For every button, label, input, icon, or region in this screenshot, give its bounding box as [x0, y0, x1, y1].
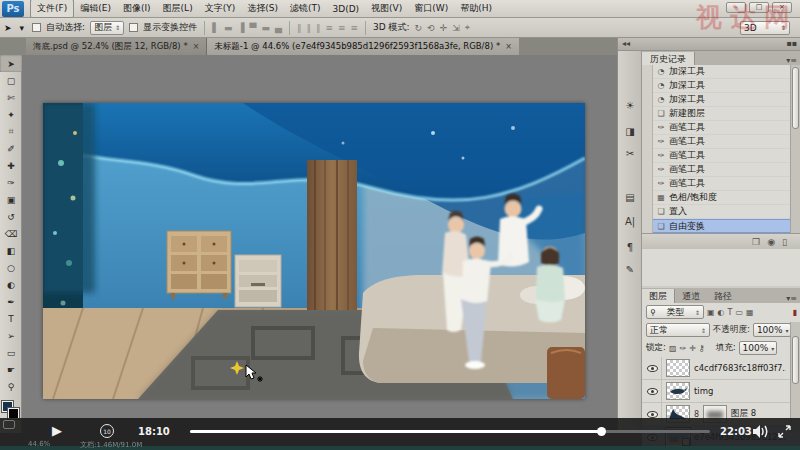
layer-thumbnail[interactable]	[666, 382, 690, 400]
maximize-button[interactable]: □	[749, 2, 769, 13]
visibility-cell[interactable]	[644, 380, 662, 403]
auto-select-checkbox[interactable]	[32, 23, 41, 32]
dock-options-icon[interactable]: ▪▪	[786, 39, 797, 49]
align-top-edges-icon[interactable]: ▀	[250, 23, 257, 33]
zoom-tool[interactable]: ⚲	[0, 378, 22, 395]
menu-filter[interactable]: 滤镜(T)	[284, 0, 327, 17]
delete-state-icon[interactable]: ▯	[782, 237, 787, 247]
filter-shape-layers-icon[interactable]: ▭	[735, 308, 743, 317]
history-source-well[interactable]	[642, 177, 653, 191]
history-brush-tool[interactable]: ↺	[0, 208, 22, 225]
menu-layer[interactable]: 图层(L)	[157, 0, 199, 17]
lock-position-icon[interactable]: ✛	[689, 344, 696, 353]
history-state[interactable]: ✑画笔工具	[642, 163, 800, 177]
history-source-well[interactable]	[642, 219, 653, 233]
document-image[interactable]	[43, 103, 585, 399]
menu-view[interactable]: 视图(V)	[365, 0, 408, 17]
volume-icon[interactable]	[753, 425, 769, 438]
styles-panel-icon[interactable]: ◨	[621, 122, 639, 140]
history-state[interactable]: ◔加深工具	[642, 79, 800, 93]
history-source-well[interactable]	[642, 121, 653, 135]
auto-select-target-dropdown[interactable]: 图层⇕	[90, 21, 124, 35]
history-state-selected[interactable]: ❏自由变换	[642, 219, 800, 233]
menu-3d[interactable]: 3D(D)	[326, 2, 365, 16]
3d-drag-icon[interactable]: ✛	[440, 23, 448, 33]
minimize-button[interactable]: –	[726, 2, 746, 13]
filter-pixel-layers-icon[interactable]: ▣	[707, 308, 715, 317]
align-bottom-edges-icon[interactable]: ▄	[275, 23, 282, 33]
play-button[interactable]: ▶	[52, 423, 62, 438]
history-state[interactable]: ◔加深工具	[642, 93, 800, 107]
eyedropper-tool[interactable]: ✐	[0, 140, 22, 157]
distribute-vcenter-icon[interactable]: ∥	[306, 23, 311, 33]
lasso-tool[interactable]: ✄	[0, 89, 22, 106]
menu-image[interactable]: 图像(I)	[117, 0, 157, 17]
healing-brush-tool[interactable]: ✚	[0, 157, 22, 174]
new-snapshot-icon[interactable]: ◉	[767, 237, 775, 247]
tab-close-icon[interactable]: ×	[193, 42, 200, 51]
shape-tool[interactable]: ▭	[0, 344, 22, 361]
menu-window[interactable]: 窗口(W)	[408, 0, 454, 17]
lock-pixels-icon[interactable]: ✑	[679, 344, 686, 353]
fill-dropdown[interactable]: 100% ▾	[739, 341, 777, 355]
workspace-switcher[interactable]: 3D⇕	[740, 21, 790, 35]
tab-channels[interactable]: 通道	[675, 289, 707, 303]
progress-knob[interactable]	[597, 427, 606, 436]
align-horizontal-centers-icon[interactable]: ▬	[224, 23, 233, 33]
clone-stamp-tool[interactable]: ▣	[0, 191, 22, 208]
filter-toggle-icon[interactable]: ▮	[793, 308, 797, 317]
zoom-level[interactable]: 44.6%	[28, 440, 50, 450]
filter-smart-objects-icon[interactable]: ▦	[746, 308, 754, 317]
history-state[interactable]: ✑画笔工具	[642, 149, 800, 163]
distribute-hcenter-icon[interactable]: ≡	[338, 23, 346, 33]
clone-source-panel-icon[interactable]: ✂	[621, 144, 639, 162]
tab-layers[interactable]: 图层	[642, 289, 675, 303]
panel-menu-icon[interactable]: ▾≡	[786, 294, 800, 303]
history-source-well[interactable]	[642, 191, 653, 205]
layer-filter-type-dropdown[interactable]: ⚲ 类型 ⇕	[646, 305, 704, 319]
3d-roll-icon[interactable]: ⟲	[427, 23, 435, 33]
history-state[interactable]: ✑画笔工具	[642, 121, 800, 135]
filter-type-layers-icon[interactable]: T	[728, 308, 733, 317]
document-tab-haidi[interactable]: 海底.psd @ 52.4% (图层 12, RGB/8) * ×	[26, 38, 207, 55]
history-source-well[interactable]	[642, 93, 653, 107]
gradient-tool[interactable]: ◧	[0, 242, 22, 259]
history-source-well[interactable]	[642, 135, 653, 149]
info-panel-icon[interactable]: ▤	[621, 188, 639, 206]
layers-scrollbar-thumb[interactable]	[792, 336, 799, 384]
collapse-panels-icon[interactable]: ◂◂	[622, 39, 630, 49]
blend-mode-dropdown[interactable]: 正常 ⇕	[646, 323, 710, 337]
history-source-well[interactable]	[642, 79, 653, 93]
paragraph-panel-icon[interactable]: ¶	[621, 238, 639, 256]
distribute-right-icon[interactable]: ≡	[350, 23, 358, 33]
menu-file[interactable]: 文件(F)	[30, 0, 74, 18]
history-state[interactable]: ❏新建图层	[642, 107, 800, 121]
history-scrollbar-thumb[interactable]	[792, 67, 799, 129]
align-vertical-centers-icon[interactable]: ▬	[261, 23, 270, 33]
distribute-left-icon[interactable]: ≡	[325, 23, 333, 33]
show-transform-checkbox[interactable]	[129, 23, 138, 32]
brush-presets-panel-icon[interactable]: ✎	[621, 260, 639, 278]
history-state[interactable]: ❏置入	[642, 205, 800, 219]
history-state[interactable]: ▦色相/饱和度	[642, 191, 800, 205]
menu-type[interactable]: 文字(Y)	[199, 0, 242, 17]
distribute-bottom-icon[interactable]: ∥	[316, 23, 321, 33]
opacity-dropdown[interactable]: 100% ▾	[753, 323, 791, 337]
history-source-well[interactable]	[642, 65, 653, 79]
move-tool[interactable]: ➤	[0, 55, 22, 72]
visibility-cell[interactable]	[644, 357, 662, 380]
history-state[interactable]: ✑画笔工具	[642, 177, 800, 191]
blur-tool[interactable]: ○	[0, 259, 22, 276]
menu-help[interactable]: 帮助(H)	[454, 0, 498, 17]
progress-track[interactable]	[190, 430, 710, 433]
tab-paths[interactable]: 路径	[707, 289, 739, 303]
path-selection-tool[interactable]: ➢	[0, 327, 22, 344]
quick-selection-tool[interactable]: ✦	[0, 106, 22, 123]
type-tool[interactable]: T	[0, 310, 22, 327]
brush-tool[interactable]: ✑	[0, 174, 22, 191]
history-state[interactable]: ✑画笔工具	[642, 135, 800, 149]
character-panel-icon[interactable]: A|	[621, 212, 639, 230]
layer-thumbnail[interactable]	[666, 359, 690, 377]
eraser-tool[interactable]: ⌫	[0, 225, 22, 242]
dodge-tool[interactable]: ◐	[0, 276, 22, 293]
